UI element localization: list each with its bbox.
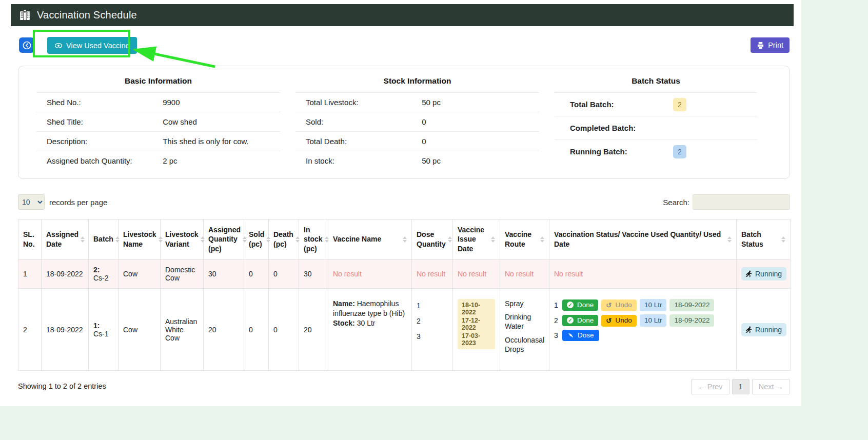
- print-button[interactable]: Print: [751, 37, 790, 53]
- info-label: Sold:: [306, 117, 422, 126]
- route-item: Drinking Water: [505, 312, 544, 331]
- batch-number: 2:: [93, 266, 113, 274]
- vaccine-name-label: Name:: [333, 299, 355, 308]
- info-row: Description: This shed is only for cow.: [36, 131, 280, 151]
- arrow-left-circle-icon: [23, 41, 31, 50]
- stock-information-title: Stock Information: [295, 76, 539, 86]
- cell-livestock-variant: Domestic Cow: [161, 259, 204, 289]
- entries-info: Showing 1 to 2 of 2 entries: [18, 382, 106, 390]
- vaccine-stock-value: 30 Ltr: [357, 319, 376, 327]
- used-date-badge: 18-09-2022: [669, 299, 714, 311]
- col-header-livestock-name[interactable]: Livestock Name: [119, 219, 161, 259]
- search-input[interactable]: [693, 194, 790, 210]
- page-size-select[interactable]: 10: [18, 194, 45, 210]
- undo-button[interactable]: ↺ Undo: [601, 315, 637, 327]
- undo-button[interactable]: ↺ Undo: [601, 299, 637, 311]
- check-icon: ✓: [567, 302, 574, 308]
- cell-vaccine-name: No result: [328, 259, 412, 289]
- done-button[interactable]: ✓ Done: [562, 299, 598, 311]
- total-batch-badge: 2: [673, 98, 686, 111]
- search-label: Search:: [663, 198, 689, 207]
- dose-button[interactable]: Dose: [562, 330, 599, 341]
- status-line: 1 ✓ Done ↺ Undo 10 Ltr 18-09-2022: [554, 299, 732, 311]
- info-value: 0: [422, 117, 426, 126]
- info-row: Total Death: 0: [295, 131, 539, 151]
- pagination: ← Prev 1 Next →: [691, 379, 790, 394]
- page-1-button[interactable]: 1: [732, 379, 749, 394]
- sort-icon: [403, 236, 407, 243]
- info-row: Shed No.: 9900: [36, 92, 280, 112]
- view-used-vaccine-button[interactable]: View Used Vaccine: [47, 37, 137, 54]
- cell-issue-date: 18-10-2022 17-12-2022 17-03-2023: [453, 289, 500, 371]
- info-value: 50 pc: [422, 98, 441, 107]
- undo-label: Undo: [616, 316, 632, 324]
- undo-icon: ↺: [606, 301, 611, 309]
- sort-icon: [115, 236, 120, 243]
- col-header-death[interactable]: Death (pc): [269, 219, 299, 259]
- table-header-row: SL. No. Assigned Date Batch Livestock Na…: [18, 219, 791, 259]
- sort-icon: [243, 236, 247, 243]
- col-header-sold[interactable]: Sold (pc): [244, 219, 269, 259]
- cell-vaccine-name: Name: Haemophilus influenzae type b (Hib…: [328, 289, 412, 371]
- cell-batch: 2: Cs-2: [89, 259, 119, 289]
- prev-page-button[interactable]: ← Prev: [691, 379, 729, 394]
- col-header-batch-status[interactable]: Batch Status: [737, 219, 791, 259]
- dose-line-number: 2: [554, 316, 559, 325]
- col-header-sl-no: SL. No.: [18, 219, 42, 259]
- basic-information-title: Basic Information: [36, 76, 280, 86]
- page-header: Vaccination Schedule: [11, 4, 794, 26]
- dose-number: 2: [417, 314, 448, 328]
- toolbar: View Used Vaccine Print: [11, 35, 794, 61]
- next-page-button[interactable]: Next →: [752, 379, 790, 394]
- cell-vaccine-route: Spray Drinking Water Occulonasal Drops: [500, 289, 549, 371]
- col-header-dose-quantity[interactable]: Dose Quantity: [412, 219, 453, 259]
- col-header-in-stock[interactable]: In stock (pc): [299, 219, 328, 259]
- info-row: Shed Title: Cow shed: [36, 112, 280, 131]
- undo-icon: ↺: [606, 316, 611, 325]
- done-button[interactable]: ✓ Done: [562, 315, 598, 326]
- batch-code: Cs-2: [93, 274, 113, 282]
- col-header-vaccine-name[interactable]: Vaccine Name: [328, 219, 412, 259]
- cell-assigned-date: 18-09-2022: [42, 289, 89, 371]
- sort-icon: [491, 236, 495, 243]
- info-value: 0: [422, 137, 426, 146]
- back-button[interactable]: [19, 37, 34, 53]
- runner-icon: [746, 270, 752, 277]
- info-label: Shed Title:: [47, 117, 163, 126]
- table-controls: 10 records per page Search:: [18, 194, 790, 210]
- info-row: Completed Batch:: [555, 116, 757, 139]
- info-row: Total Livestock: 50 pc: [295, 92, 539, 112]
- col-header-vaccine-route[interactable]: Vaccine Route: [500, 219, 549, 259]
- cell-livestock-variant: Australian White Cow: [161, 289, 204, 371]
- done-label: Done: [577, 316, 594, 324]
- running-status-label: Running: [755, 326, 782, 334]
- sort-icon: [781, 236, 785, 243]
- dose-number: 3: [417, 330, 448, 343]
- col-header-livestock-variant[interactable]: Livestock Variant: [161, 219, 204, 259]
- col-header-vaccination-status[interactable]: Vaccination Status/ Vaccine Used Quantit…: [549, 219, 737, 259]
- used-date-badge: 18-09-2022: [669, 314, 714, 327]
- info-label: Total Livestock:: [306, 98, 422, 107]
- info-value: 50 pc: [422, 156, 441, 165]
- col-header-vaccine-issue-date[interactable]: Vaccine Issue Date: [453, 219, 500, 259]
- cell-batch-status: Running: [737, 289, 791, 371]
- status-line: 3 Dose: [554, 330, 732, 341]
- batch-code: Cs-1: [93, 330, 113, 338]
- cell-sold: 0: [244, 289, 269, 371]
- col-header-assigned-date[interactable]: Assigned Date: [42, 219, 89, 259]
- info-row: Total Batch: 2: [555, 92, 757, 116]
- batch-status-section: Batch Status Total Batch: 2 Completed Ba…: [547, 73, 765, 170]
- sort-icon: [201, 236, 205, 243]
- info-label: Total Death:: [306, 137, 422, 146]
- running-status-badge: Running: [741, 267, 786, 281]
- cell-sl-no: 2: [18, 289, 42, 371]
- sort-icon: [159, 236, 163, 243]
- col-header-batch[interactable]: Batch: [89, 219, 119, 259]
- col-header-assigned-quantity[interactable]: Assigned Quantity (pc): [204, 219, 244, 259]
- cell-dose-quantity: 1 2 3: [412, 289, 453, 371]
- printer-icon: [757, 42, 764, 49]
- table-footer: Showing 1 to 2 of 2 entries ← Prev 1 Nex…: [18, 379, 790, 394]
- dose-line-number: 1: [554, 301, 559, 309]
- cell-assigned-date: 18-09-2022: [42, 259, 89, 289]
- status-line: 2 ✓ Done ↺ Undo 10 Ltr 18-09-2022: [554, 314, 732, 327]
